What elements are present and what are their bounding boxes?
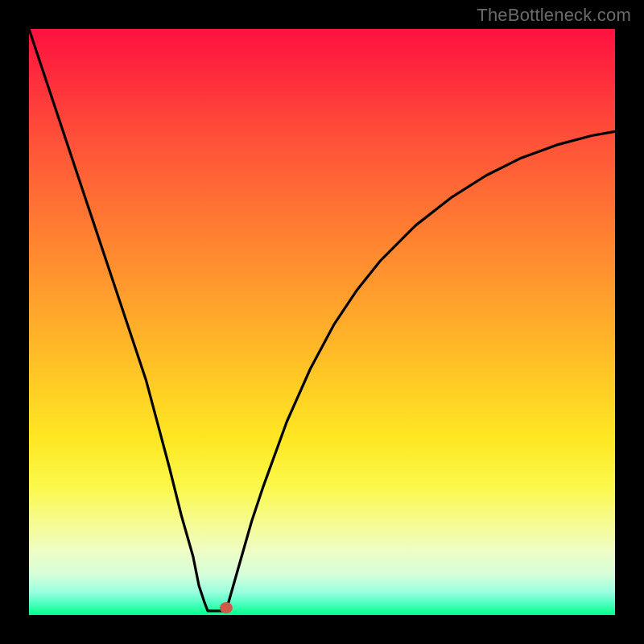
- optimal-point-marker: [220, 602, 233, 613]
- chart-container: TheBottleneck.com: [0, 0, 644, 644]
- bottleneck-curve: [29, 29, 615, 611]
- plot-area: [29, 29, 615, 615]
- watermark-text: TheBottleneck.com: [477, 5, 631, 26]
- curve-svg: [29, 29, 615, 615]
